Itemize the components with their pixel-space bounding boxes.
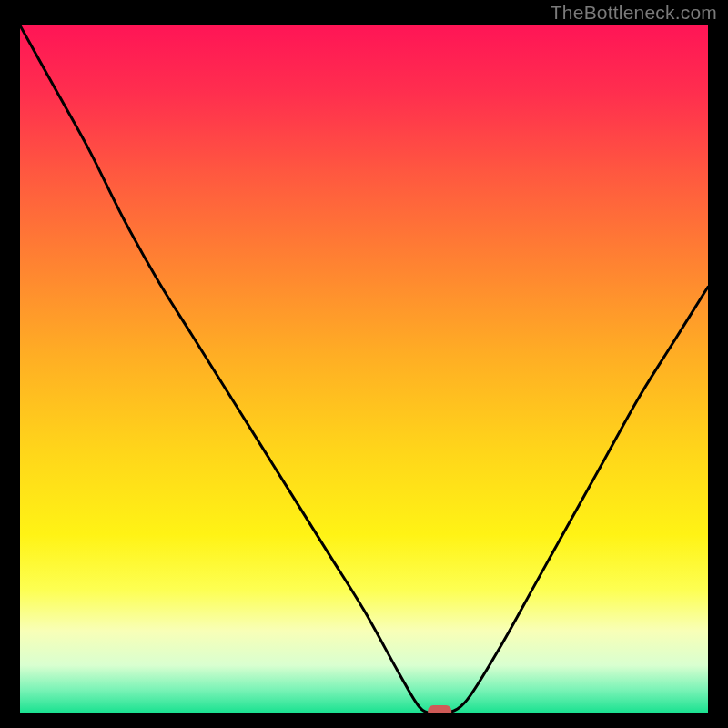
bottleneck-chart: [20, 25, 708, 713]
watermark-text: TheBottleneck.com: [551, 2, 717, 24]
optimum-marker: [428, 705, 451, 713]
plot-area: [20, 25, 708, 713]
chart-frame: TheBottleneck.com: [0, 0, 728, 728]
